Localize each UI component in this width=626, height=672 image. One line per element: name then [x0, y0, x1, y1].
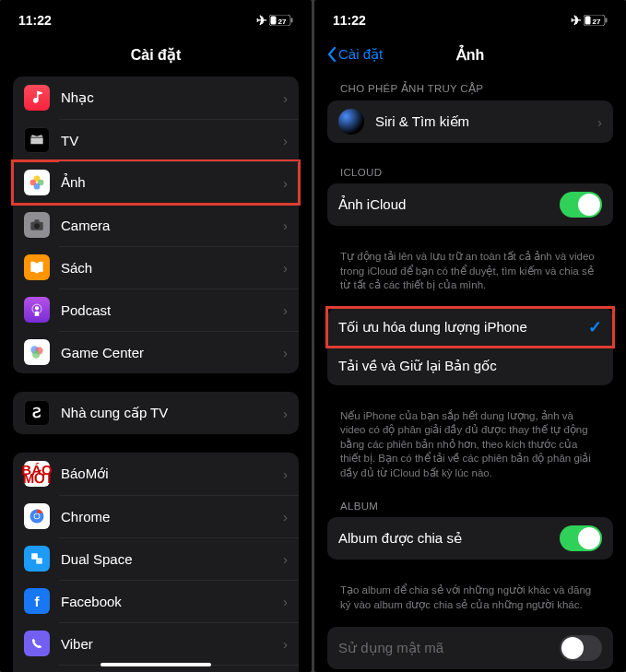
row-label: Nhà cung cấp TV — [61, 405, 283, 421]
row-siri-search[interactable]: Siri & Tìm kiếm › — [327, 100, 613, 143]
books-icon — [24, 254, 50, 280]
row-label: Album được chia sẻ — [338, 530, 560, 547]
chevron-icon: › — [283, 466, 288, 482]
row-label: Chrome — [61, 509, 283, 525]
row-books[interactable]: Sách › — [13, 246, 299, 289]
row-podcast[interactable]: Podcast › — [13, 289, 299, 331]
chevron-icon: › — [283, 218, 288, 233]
chevron-icon: › — [283, 406, 288, 421]
row-photos[interactable]: Ảnh › — [13, 161, 299, 204]
chevron-icon: › — [283, 175, 288, 191]
row-gamecenter[interactable]: Game Center › — [13, 331, 299, 373]
svg-point-11 — [35, 306, 39, 310]
row-label: Sách — [61, 260, 283, 276]
group-passcode: Sử dụng mật mã — [327, 627, 613, 669]
row-facebook[interactable]: f Facebook › — [13, 580, 299, 622]
row-tv[interactable]: TV › — [13, 119, 299, 161]
row-camera[interactable]: Camera › — [13, 204, 299, 246]
row-label: Sử dụng mật mã — [338, 640, 560, 656]
group-shared-album: Album được chia sẻ — [327, 517, 613, 560]
baomoi-icon: BÁOMỚI — [24, 461, 50, 487]
row-label: Siri & Tìm kiếm — [375, 113, 597, 130]
chevron-icon: › — [283, 260, 288, 276]
chevron-icon: › — [283, 133, 288, 148]
svg-rect-24 — [585, 17, 591, 25]
back-button[interactable]: Cài đặt — [327, 46, 383, 63]
svg-point-15 — [32, 350, 40, 358]
podcast-icon — [24, 297, 50, 323]
toggle-passcode[interactable] — [560, 635, 602, 661]
row-label: Viber — [61, 636, 283, 652]
nav-bar: Cài đặt — [0, 37, 312, 77]
row-label: Facebook — [61, 594, 283, 609]
chevron-left-icon — [327, 47, 337, 62]
svg-rect-10 — [35, 219, 40, 222]
chrome-icon — [24, 503, 50, 529]
viber-icon — [24, 631, 50, 656]
status-time: 11:22 — [18, 13, 52, 28]
photos-settings-screen: 11:22 ✈ 27 Cài đặt Ảnh CHO PHÉP ẢNH TRUY… — [314, 0, 626, 672]
row-label: Ảnh — [61, 174, 283, 191]
status-time: 11:22 — [333, 13, 366, 28]
facebook-icon: f — [24, 588, 50, 614]
row-label: Tải về và Giữ lại Bản gốc — [338, 358, 602, 374]
section-icloud: ICLOUD — [327, 161, 613, 183]
row-dualspace[interactable]: Dual Space › — [13, 537, 299, 580]
nav-bar: Cài đặt Ảnh — [314, 37, 626, 77]
airplane-icon: ✈ — [256, 13, 267, 28]
row-viber[interactable]: Viber › — [13, 622, 299, 665]
section-album: ALBUM — [327, 495, 613, 517]
chevron-icon: › — [597, 114, 602, 130]
tvprovider-icon: Ƨ — [24, 400, 50, 426]
row-label: Nhạc — [61, 89, 283, 106]
battery-icon: 27 — [269, 15, 293, 26]
svg-point-9 — [34, 223, 40, 229]
footer-storage: Nếu iPhone của bạn sắp hết dung lượng, ả… — [327, 404, 613, 496]
row-baomoi[interactable]: BÁOMỚI BáoMới › — [13, 453, 299, 495]
row-icloud-photos[interactable]: Ảnh iCloud — [327, 183, 613, 226]
status-right: ✈ 27 — [571, 13, 608, 28]
group-siri: Siri & Tìm kiếm › — [327, 100, 613, 143]
toggle-shared-album[interactable] — [560, 525, 602, 551]
home-indicator[interactable] — [100, 663, 211, 666]
tv-icon — [24, 127, 50, 153]
row-label: TV — [61, 133, 283, 148]
settings-group-tv-provider: Ƨ Nhà cung cấp TV › — [13, 392, 299, 434]
chevron-icon: › — [283, 636, 288, 652]
row-label: Camera — [61, 218, 283, 233]
checkmark-icon: ✓ — [588, 317, 602, 337]
settings-group-apple-apps: Nhạc › TV › Ảnh — [13, 77, 299, 373]
photos-icon — [24, 170, 50, 195]
group-icloud-photos: Ảnh iCloud — [327, 183, 613, 226]
row-use-passcode[interactable]: Sử dụng mật mã — [327, 627, 613, 669]
page-title: Cài đặt — [131, 47, 181, 63]
row-label: BáoMới — [61, 466, 283, 482]
row-tvprovider[interactable]: Ƨ Nhà cung cấp TV › — [13, 392, 299, 434]
row-music[interactable]: Nhạc › — [13, 77, 299, 119]
camera-icon — [24, 212, 50, 238]
footer-icloud: Tự động tải lên và lưu trữ an toàn tất c… — [327, 244, 613, 308]
row-download-originals[interactable]: Tải về và Giữ lại Bản gốc — [327, 347, 613, 385]
chevron-icon: › — [283, 551, 288, 567]
row-chrome[interactable]: Chrome › — [13, 495, 299, 537]
group-storage-option: Tối ưu hóa dung lượng iPhone ✓ Tải về và… — [327, 308, 613, 385]
svg-point-7 — [30, 180, 37, 186]
siri-icon — [338, 109, 364, 135]
section-allow-access: CHO PHÉP ẢNH TRUY CẬP — [327, 77, 613, 100]
battery-icon: 27 — [584, 15, 608, 26]
status-bar: 11:22 ✈ 27 — [0, 0, 312, 37]
toggle-icloud-photos[interactable] — [560, 192, 602, 218]
svg-rect-20 — [36, 558, 42, 564]
back-label: Cài đặt — [338, 46, 383, 63]
chevron-icon: › — [283, 594, 288, 609]
chevron-icon: › — [283, 302, 288, 318]
row-shared-album[interactable]: Album được chia sẻ — [327, 517, 613, 560]
row-label: Game Center — [61, 345, 283, 360]
music-icon — [24, 85, 50, 111]
row-optimize-storage[interactable]: Tối ưu hóa dung lượng iPhone ✓ — [327, 308, 613, 347]
row-label: Ảnh iCloud — [338, 196, 560, 213]
status-right: ✈ 27 — [256, 13, 293, 28]
footer-shared: Tạo album để chia sẻ với những người khá… — [327, 578, 613, 627]
svg-rect-1 — [291, 18, 293, 23]
row-label: Podcast — [61, 302, 283, 318]
